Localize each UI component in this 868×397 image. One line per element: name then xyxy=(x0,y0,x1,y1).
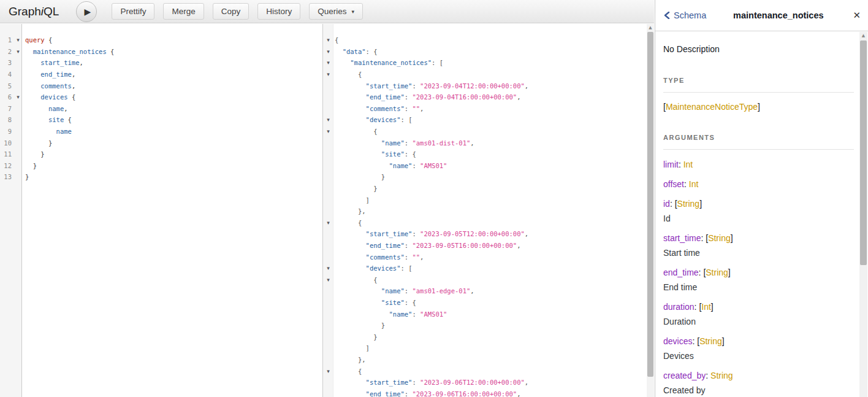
code-line: "name": "ams01-dist-01", xyxy=(323,137,647,148)
logo-text: QL xyxy=(44,5,59,18)
code-text: site { xyxy=(22,116,72,123)
fold-arrow-icon[interactable]: ▾ xyxy=(323,128,333,134)
fold-arrow-icon[interactable]: ▾ xyxy=(14,37,22,43)
code-text: "start_time": "2023-09-04T12:00:00+00:00… xyxy=(333,82,528,90)
prettify-button[interactable]: Prettify xyxy=(112,3,154,20)
fold-arrow-icon[interactable]: ▾ xyxy=(323,277,333,283)
code-line: } xyxy=(323,331,647,342)
type-link[interactable]: String xyxy=(677,199,700,209)
code-text: "name": "AMS01" xyxy=(333,162,447,169)
fold-arrow-icon[interactable]: ▾ xyxy=(323,265,333,271)
code-line: ▾ { xyxy=(323,274,647,285)
code-text: comments, xyxy=(22,82,75,90)
argument-row: duration: [Int]Duration xyxy=(663,301,854,327)
prettify-label: Prettify xyxy=(120,7,146,16)
code-line: ▾ { xyxy=(323,69,647,80)
chevron-down-icon: ▾ xyxy=(352,9,355,15)
argument-description: Start time xyxy=(663,247,854,258)
query-editor[interactable]: 1▾query {2▾ maintenance_notices {3 start… xyxy=(0,24,322,397)
history-button[interactable]: History xyxy=(257,3,300,20)
code-line[interactable]: 12 } xyxy=(0,160,322,172)
code-line[interactable]: 5 comments, xyxy=(0,80,322,91)
code-line: ] xyxy=(323,342,647,354)
code-line[interactable]: 6▾ devices { xyxy=(0,91,322,103)
execute-query-button[interactable]: ▶ xyxy=(76,1,97,22)
copy-button[interactable]: Copy xyxy=(213,3,249,20)
code-text: "name": "AMS01" xyxy=(333,310,447,318)
code-text: "maintenance_notices": [ xyxy=(333,59,443,66)
argument-name: limit xyxy=(663,160,679,169)
code-line: "name": "AMS01" xyxy=(323,160,647,172)
argument-name: end_time xyxy=(663,268,699,277)
type-link[interactable]: Int xyxy=(689,179,699,189)
argument-row: created_by: StringCreated by xyxy=(663,370,854,396)
fold-arrow-icon[interactable]: ▾ xyxy=(323,220,333,226)
code-line[interactable]: 10 } xyxy=(0,137,322,148)
code-text: "start_time": "2023-09-05T12:00:00+00:00… xyxy=(333,230,528,237)
code-line[interactable]: 3 start_time, xyxy=(0,57,322,69)
toolbar: GraphiQL ▶ Prettify Merge Copy History Q… xyxy=(0,0,654,23)
result-scrollbar-thumb[interactable] xyxy=(647,32,653,377)
code-text: name xyxy=(22,128,72,135)
code-text: } xyxy=(22,162,37,169)
fold-arrow-icon[interactable]: ▾ xyxy=(14,94,22,100)
code-line: } xyxy=(323,183,647,195)
result-scrollbar[interactable]: ▲ xyxy=(647,24,654,397)
fold-arrow-icon[interactable]: ▾ xyxy=(323,48,333,55)
code-line[interactable]: 1▾query { xyxy=(0,34,322,46)
code-text: { xyxy=(333,276,378,283)
code-text: "devices": [ xyxy=(333,116,412,123)
code-line: ▾ "data": { xyxy=(323,46,647,58)
code-line[interactable]: 13} xyxy=(0,171,322,183)
queries-menu-button[interactable]: Queries▾ xyxy=(309,3,363,20)
fold-arrow-icon[interactable]: ▾ xyxy=(14,48,22,55)
type-link[interactable]: String xyxy=(708,233,731,243)
fold-arrow-icon[interactable]: ▾ xyxy=(323,368,333,374)
code-text: } xyxy=(22,150,45,158)
doc-scrollbar-thumb[interactable] xyxy=(860,40,867,265)
doc-title: maintenance_notices xyxy=(706,10,853,20)
merge-button[interactable]: Merge xyxy=(163,3,204,20)
result-viewer: ▾{▾ "data": {▾ "maintenance_notices": [▾… xyxy=(322,24,647,397)
code-line: "end_time": "2023-09-06T16:00:00+00:00", xyxy=(323,388,647,397)
code-line[interactable]: 4 end_time, xyxy=(0,69,322,80)
code-line[interactable]: 2▾ maintenance_notices { xyxy=(0,46,322,58)
code-line: "start_time": "2023-09-05T12:00:00+00:00… xyxy=(323,228,647,240)
code-text: "site": { xyxy=(333,299,416,306)
code-text: } xyxy=(22,139,52,147)
code-text: { xyxy=(333,36,338,44)
fold-arrow-icon[interactable]: ▾ xyxy=(323,37,333,43)
argument-description: Devices xyxy=(663,350,854,361)
code-line: ▾ "maintenance_notices": [ xyxy=(323,57,647,69)
doc-scrollbar[interactable]: ▲ xyxy=(859,32,867,397)
code-text: devices { xyxy=(22,93,75,101)
code-text: { xyxy=(333,71,362,78)
argument-colon: : xyxy=(670,199,675,209)
scroll-up-icon[interactable]: ▲ xyxy=(647,24,654,31)
fold-arrow-icon[interactable]: ▾ xyxy=(323,117,333,123)
code-line[interactable]: 9 name xyxy=(0,126,322,137)
code-line[interactable]: 11 } xyxy=(0,148,322,160)
scroll-up-icon[interactable]: ▲ xyxy=(859,32,867,39)
code-line[interactable]: 7 name, xyxy=(0,103,322,115)
code-text: "site": { xyxy=(333,150,416,158)
type-link[interactable]: Int xyxy=(683,160,693,169)
doc-back-link[interactable]: Schema xyxy=(664,10,706,20)
code-line[interactable]: 8 site { xyxy=(0,114,322,126)
close-icon[interactable]: ✕ xyxy=(853,10,861,21)
code-text: ] xyxy=(333,196,370,204)
code-text: "devices": [ xyxy=(333,264,412,272)
type-link[interactable]: String xyxy=(710,371,733,380)
type-link[interactable]: String xyxy=(699,336,722,346)
type-link[interactable]: String xyxy=(706,268,728,277)
type-link[interactable]: MaintenanceNoticeType xyxy=(666,102,758,112)
arguments-list: limit: Intoffset: Intid: [String]Idstart… xyxy=(663,159,854,396)
line-number: 3 xyxy=(0,59,14,66)
code-text: "name": "ams01-dist-01", xyxy=(333,139,474,147)
fold-arrow-icon[interactable]: ▾ xyxy=(323,60,333,66)
type-link[interactable]: Int xyxy=(701,302,711,312)
code-line: ▾ { xyxy=(323,365,647,377)
code-line: } xyxy=(323,171,647,183)
type-bracket-close: ] xyxy=(728,268,731,277)
fold-arrow-icon[interactable]: ▾ xyxy=(323,71,333,77)
